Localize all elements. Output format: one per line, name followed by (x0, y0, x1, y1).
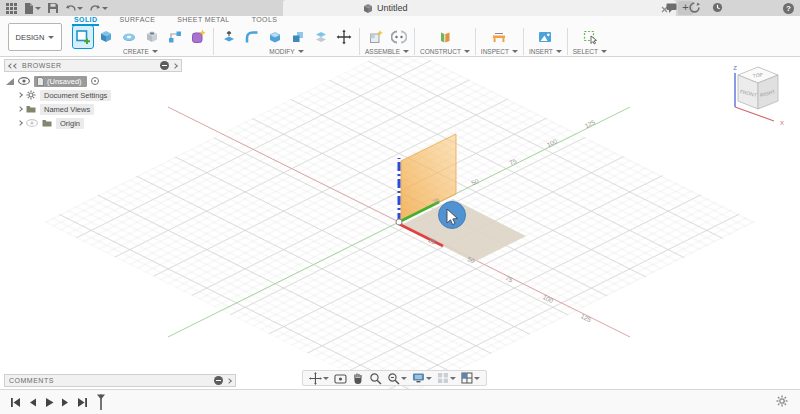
press-pull-button[interactable] (219, 26, 239, 48)
group-label-inspect[interactable]: INSPECT (481, 48, 518, 57)
file-menu-button[interactable] (24, 3, 41, 14)
browser-panel-title: BROWSER (22, 62, 156, 69)
group-inspect: INSPECT (476, 26, 523, 57)
insert-button[interactable] (535, 26, 555, 48)
tab-sheet-metal[interactable]: SHEET METAL (175, 16, 231, 26)
step-forward-button[interactable] (61, 397, 70, 408)
group-label-construct[interactable]: CONSTRUCT (420, 48, 470, 57)
hole-button[interactable] (142, 26, 162, 48)
joint-button[interactable] (389, 26, 409, 48)
grid-snap-button[interactable] (437, 372, 456, 384)
expand-arrow-icon[interactable] (17, 92, 23, 98)
group-label-insert[interactable]: INSERT (529, 48, 562, 57)
display-settings-button[interactable] (412, 372, 432, 384)
ribbon: SOLID SURFACE SHEET METAL TOOLS (68, 16, 800, 56)
timeline-marker[interactable] (95, 394, 107, 411)
group-select: SELECT (568, 26, 612, 57)
tree-item-label: Named Views (40, 104, 94, 115)
tree-row-origin[interactable]: Origin (6, 117, 182, 129)
activate-component-radio[interactable] (91, 77, 99, 85)
viewcube[interactable]: TOP FRONT RIGHT Z X (722, 61, 796, 135)
notification-center-button[interactable] (712, 0, 723, 17)
redo-icon (90, 4, 101, 13)
collapse-panel-icon (13, 63, 19, 69)
look-at-button[interactable] (334, 373, 347, 384)
settings-gear-button[interactable] (776, 393, 788, 411)
fit-button[interactable] (387, 372, 407, 385)
shell-button[interactable] (265, 26, 285, 48)
comments-button[interactable] (666, 0, 677, 17)
new-component-icon (368, 29, 384, 45)
selection-filter-icon[interactable] (6, 78, 14, 85)
revolve-button[interactable] (119, 26, 139, 48)
pan-hand-icon (352, 372, 364, 384)
extrude-button[interactable] (96, 26, 116, 48)
expand-arrow-icon[interactable] (17, 106, 23, 112)
select-icon (582, 29, 598, 45)
job-status-button[interactable] (689, 0, 700, 17)
folder-icon (26, 105, 36, 113)
step-back-button[interactable] (28, 397, 37, 408)
tab-tools[interactable]: TOOLS (250, 16, 280, 26)
play-button[interactable] (44, 397, 54, 408)
group-label-modify[interactable]: MODIFY (269, 48, 303, 57)
create-sketch-button[interactable] (73, 26, 93, 48)
pan-button[interactable] (352, 372, 364, 384)
visibility-eye-icon[interactable] (18, 77, 30, 85)
panel-options-icon[interactable] (160, 61, 169, 70)
undo-button[interactable] (65, 4, 83, 13)
tab-surface[interactable]: SURFACE (117, 16, 157, 26)
undo-icon (65, 4, 76, 13)
group-construct: CONSTRUCT (415, 26, 475, 57)
root-document-node[interactable]: (Unsaved) (34, 76, 87, 87)
viewport[interactable]: 25 50 75 100 125 25 50 75 100 125 TOP (0, 57, 800, 389)
tree-row-document-settings[interactable]: Document Settings (6, 89, 182, 101)
help-button[interactable]: ? (783, 3, 794, 14)
orbit-icon (309, 372, 322, 385)
expand-arrow-icon[interactable] (17, 120, 23, 126)
document-tab[interactable]: Untitled (283, 0, 676, 16)
select-button[interactable] (580, 26, 600, 48)
go-to-start-button[interactable] (10, 397, 21, 408)
viewports-caret-icon (474, 377, 480, 380)
construct-plane-icon (437, 29, 453, 45)
modify-caret-icon (298, 50, 304, 53)
browser-panel-header[interactable]: BROWSER (4, 59, 182, 72)
visibility-eye-icon[interactable] (26, 119, 38, 127)
panel-flyout-icon[interactable] (172, 63, 178, 69)
redo-button[interactable] (90, 4, 108, 13)
zoom-button[interactable] (369, 372, 382, 385)
create-form-button[interactable] (188, 26, 208, 48)
tree-row-named-views[interactable]: Named Views (6, 103, 182, 115)
construct-plane-button[interactable] (435, 26, 455, 48)
workspace-selector-button[interactable]: DESIGN (8, 23, 62, 51)
tab-solid[interactable]: SOLID (72, 16, 99, 26)
measure-button[interactable] (489, 26, 509, 48)
viewcube-graphic[interactable]: TOP FRONT RIGHT Z X (722, 61, 796, 135)
panel-options-icon[interactable] (214, 376, 223, 385)
gear-icon (26, 90, 36, 100)
app-grid-button[interactable] (6, 3, 17, 14)
move-copy-button[interactable] (334, 26, 354, 48)
offset-face-button[interactable] (311, 26, 331, 48)
orbit-button[interactable] (309, 372, 329, 385)
group-label-select[interactable]: SELECT (573, 48, 607, 57)
form-icon (190, 29, 206, 45)
undo-caret-icon (77, 7, 83, 10)
select-caret-icon (601, 50, 607, 53)
fusion360-app: Untitled + (0, 0, 800, 414)
viewports-button[interactable] (461, 372, 480, 384)
pattern-button[interactable] (165, 26, 185, 48)
fillet-button[interactable] (242, 26, 262, 48)
comments-panel-header[interactable]: COMMENTS (4, 374, 236, 387)
save-button[interactable] (48, 3, 58, 13)
panel-flyout-icon[interactable] (226, 378, 232, 384)
group-assemble: ASSEMBLE (360, 26, 414, 57)
combine-button[interactable] (288, 26, 308, 48)
browser-root-row[interactable]: (Unsaved) (6, 75, 182, 87)
group-label-create[interactable]: CREATE (123, 48, 158, 57)
go-to-end-button[interactable] (77, 397, 88, 408)
origin-point[interactable] (396, 219, 402, 225)
new-component-button[interactable] (366, 26, 386, 48)
group-label-assemble[interactable]: ASSEMBLE (365, 48, 409, 57)
